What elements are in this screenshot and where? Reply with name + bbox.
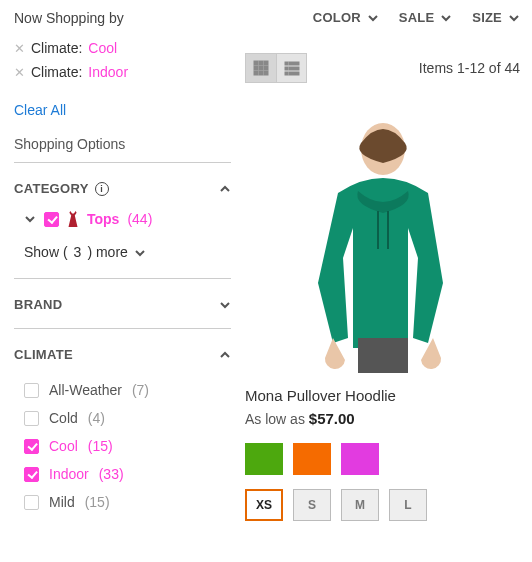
size-option[interactable]: S (293, 489, 331, 521)
facet-option[interactable]: All-Weather (7) (24, 376, 231, 404)
chevron-up-icon (219, 349, 231, 361)
facet-header-category[interactable]: CATEGORY i (14, 169, 231, 206)
facet-header-brand[interactable]: BRAND (14, 285, 231, 322)
count-pre: Items 1-12 of (419, 60, 505, 76)
filter-value: Cool (88, 40, 117, 56)
checkbox[interactable] (24, 439, 39, 454)
color-swatch[interactable] (245, 443, 283, 475)
checkbox[interactable] (24, 383, 39, 398)
svg-rect-2 (264, 61, 268, 65)
checkbox[interactable] (24, 411, 39, 426)
now-shopping-title: Now Shopping by (14, 10, 231, 26)
svg-rect-4 (259, 66, 263, 70)
product-name: Mona Pullover Hoodlie (245, 387, 520, 404)
facet-option-list: All-Weather (7)Cold (4)Cool (15)Indoor (… (14, 372, 231, 520)
facet-option-count: (33) (99, 466, 124, 482)
facet-label: CLIMATE (14, 347, 73, 362)
facet-option[interactable]: Mild (15) (24, 488, 231, 516)
product-card[interactable]: Mona Pullover Hoodlie As low as $57.00 X… (245, 113, 520, 521)
active-filter: ✕ Climate: Indoor (14, 64, 231, 80)
dress-icon (67, 210, 79, 228)
category-name: Tops (87, 211, 119, 227)
color-swatches (245, 443, 520, 475)
show-more-button[interactable]: Show ( 3 ) more (14, 238, 231, 272)
color-swatch[interactable] (341, 443, 379, 475)
svg-rect-15 (358, 338, 408, 373)
filter-value: Indoor (88, 64, 128, 80)
sort-label: COLOR (313, 10, 361, 25)
sort-label: SIZE (472, 10, 502, 25)
svg-rect-10 (289, 62, 299, 65)
svg-rect-11 (285, 67, 288, 70)
divider (14, 162, 231, 163)
facet-option-count: (4) (88, 410, 105, 426)
sort-label: SALE (399, 10, 434, 25)
svg-rect-7 (259, 71, 263, 75)
checkbox[interactable] (44, 212, 59, 227)
close-icon[interactable]: ✕ (14, 65, 25, 80)
size-option[interactable]: L (389, 489, 427, 521)
svg-rect-8 (264, 71, 268, 75)
facet-label: CATEGORY i (14, 181, 109, 196)
grid-view-button[interactable] (246, 54, 276, 82)
sort-color[interactable]: COLOR (313, 10, 379, 25)
checkbox[interactable] (24, 467, 39, 482)
facet-option-label: Mild (49, 494, 75, 510)
shopping-options-title: Shopping Options (14, 136, 231, 152)
svg-rect-6 (254, 71, 258, 75)
filter-key: Climate: (31, 40, 82, 56)
svg-rect-12 (289, 67, 299, 70)
info-icon[interactable]: i (95, 182, 109, 196)
facet-header-climate[interactable]: CLIMATE (14, 335, 231, 372)
price-pre: As low as (245, 411, 309, 427)
chevron-down-icon (219, 299, 231, 311)
grid-icon (253, 60, 269, 76)
chevron-down-icon (24, 213, 36, 225)
sort-size[interactable]: SIZE (472, 10, 520, 25)
list-view-button[interactable] (276, 54, 306, 82)
divider (14, 328, 231, 329)
facet-option-label: Cold (49, 410, 78, 426)
show-more-post: ) more (87, 244, 127, 260)
chevron-down-icon (367, 12, 379, 24)
sort-sale[interactable]: SALE (399, 10, 452, 25)
count-total: 44 (504, 60, 520, 76)
facet-option-count: (7) (132, 382, 149, 398)
size-options: XSSML (245, 489, 520, 521)
chevron-down-icon (134, 246, 146, 258)
svg-rect-5 (264, 66, 268, 70)
price-value: $57.00 (309, 410, 355, 427)
filter-sidebar: Now Shopping by ✕ Climate: Cool ✕ Climat… (0, 0, 245, 531)
active-filter: ✕ Climate: Cool (14, 40, 231, 56)
svg-rect-9 (285, 62, 288, 65)
facet-option-label: Indoor (49, 466, 89, 482)
product-listing: COLOR SALE SIZE (245, 0, 532, 531)
facet-option-label: Cool (49, 438, 78, 454)
facet-option[interactable]: Indoor (33) (24, 460, 231, 488)
facet-option[interactable]: Cool (15) (24, 432, 231, 460)
divider (14, 278, 231, 279)
facet-option-count: (15) (88, 438, 113, 454)
category-item[interactable]: Tops (44) (14, 206, 231, 238)
product-image[interactable] (278, 113, 488, 373)
view-toggle (245, 53, 307, 83)
size-option[interactable]: M (341, 489, 379, 521)
facet-label: BRAND (14, 297, 62, 312)
chevron-down-icon (508, 12, 520, 24)
svg-rect-0 (254, 61, 258, 65)
chevron-up-icon (219, 183, 231, 195)
size-option[interactable]: XS (245, 489, 283, 521)
sort-toolbar: COLOR SALE SIZE (245, 10, 520, 25)
clear-all-link[interactable]: Clear All (14, 102, 66, 118)
color-swatch[interactable] (293, 443, 331, 475)
checkbox[interactable] (24, 495, 39, 510)
filter-key: Climate: (31, 64, 82, 80)
svg-rect-13 (285, 72, 288, 75)
facet-option-label: All-Weather (49, 382, 122, 398)
category-count: (44) (127, 211, 152, 227)
close-icon[interactable]: ✕ (14, 41, 25, 56)
chevron-down-icon (440, 12, 452, 24)
facet-option[interactable]: Cold (4) (24, 404, 231, 432)
product-price: As low as $57.00 (245, 410, 520, 427)
facet-label-text: CATEGORY (14, 181, 89, 196)
